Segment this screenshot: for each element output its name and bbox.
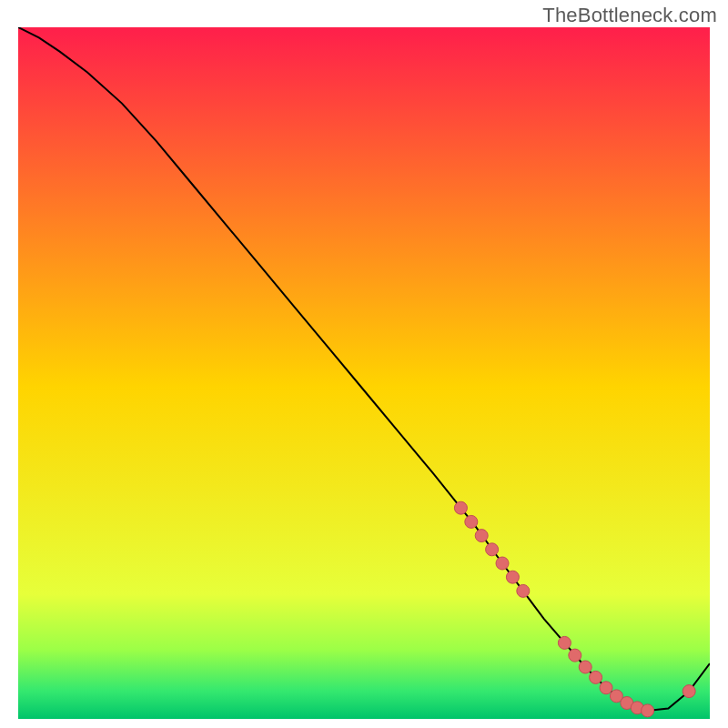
marker-point (642, 704, 654, 717)
marker-point (506, 571, 519, 583)
marker-point (454, 501, 467, 514)
marker-point (569, 649, 581, 662)
marker-point (496, 557, 509, 570)
marker-point (682, 685, 695, 698)
marker-point (590, 671, 602, 683)
marker-point (579, 661, 592, 673)
marker-point (465, 515, 478, 528)
marker-point (600, 682, 612, 694)
watermark-text: TheBottleneck.com (542, 4, 717, 27)
gradient-background (18, 27, 710, 719)
marker-point (475, 530, 488, 542)
chart-frame: TheBottleneck.com (0, 0, 728, 728)
plot-area (18, 27, 710, 719)
marker-point (558, 636, 571, 649)
chart-svg (18, 27, 710, 719)
marker-point (517, 584, 530, 597)
marker-point (486, 543, 499, 556)
